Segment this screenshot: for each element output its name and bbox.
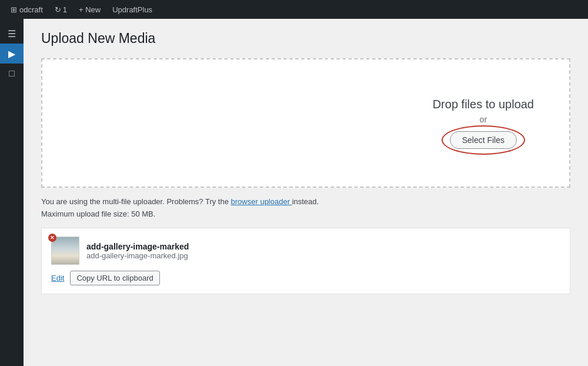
file-row: ✕ add-gallery-image-marked add-gallery-i… xyxy=(51,237,560,265)
upload-box-inner: Drop files to upload or Select Files xyxy=(433,98,534,149)
page-title: Upload New Media xyxy=(41,31,570,46)
media-icon: ▶ xyxy=(8,48,15,59)
file-thumb-image xyxy=(52,237,79,264)
select-files-button[interactable]: Select Files xyxy=(450,131,517,149)
wp-logo-icon: ⊞ xyxy=(11,5,17,14)
sync-icon: ↻ xyxy=(55,5,61,14)
file-thumbnail xyxy=(51,237,79,265)
menu-icon: ☰ xyxy=(8,28,16,39)
file-thumbnail-wrapper: ✕ xyxy=(51,237,79,265)
sidebar-item-menu[interactable]: ☰ xyxy=(0,24,24,44)
uploaded-file-card: ✕ add-gallery-image-marked add-gallery-i… xyxy=(41,228,570,294)
pages-icon: □ xyxy=(9,68,15,79)
admin-bar-sync[interactable]: ↻ 1 xyxy=(49,0,73,19)
main-layout: ☰ ▶ □ Upload New Media Drop files to upl… xyxy=(0,19,588,366)
copy-url-button[interactable]: Copy URL to clipboard xyxy=(70,271,159,285)
max-size-text: Maximum upload file size: 50 MB. xyxy=(41,209,570,218)
file-info: add-gallery-image-marked add-gallery-ima… xyxy=(86,242,560,260)
upload-drop-area[interactable]: Drop files to upload or Select Files xyxy=(41,58,570,188)
edit-file-link[interactable]: Edit xyxy=(51,274,64,282)
admin-bar-site[interactable]: ⊞ odcraft xyxy=(5,0,49,19)
browser-uploader-link[interactable]: browser uploader xyxy=(231,197,292,206)
admin-bar: ⊞ odcraft ↻ 1 + New UpdraftPlus xyxy=(0,0,588,19)
sidebar: ☰ ▶ □ xyxy=(0,19,24,366)
sidebar-item-media[interactable]: ▶ xyxy=(0,44,24,64)
file-display-name: add-gallery-image-marked xyxy=(86,242,560,251)
uploader-info-text: You are using the multi-file uploader. P… xyxy=(41,197,570,206)
admin-bar-updraft[interactable]: UpdraftPlus xyxy=(106,0,158,19)
drop-or-text: or xyxy=(433,115,534,124)
content-area: Upload New Media Drop files to upload or… xyxy=(24,19,588,366)
file-actions: Edit Copy URL to clipboard xyxy=(51,271,560,285)
file-delete-button[interactable]: ✕ xyxy=(48,234,56,242)
select-files-wrapper: Select Files xyxy=(450,131,517,149)
file-name: add-gallery-image-marked.jpg xyxy=(86,251,560,260)
sidebar-item-pages[interactable]: □ xyxy=(0,64,24,84)
admin-bar-new[interactable]: + New xyxy=(73,0,106,19)
drop-files-text: Drop files to upload xyxy=(433,98,534,111)
